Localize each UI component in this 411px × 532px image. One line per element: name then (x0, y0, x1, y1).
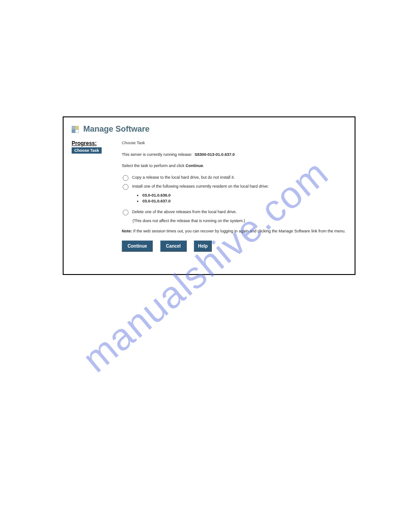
continue-button[interactable]: Continue (122, 240, 153, 252)
note-label: Note: (122, 229, 132, 233)
radio-copy[interactable] (123, 175, 128, 181)
app-logo-icon (72, 126, 79, 133)
list-item: 03.0-01.0.636.0 (142, 193, 347, 199)
note-text: If the web session times out, you can re… (132, 229, 346, 233)
option-delete-release[interactable]: Delete one of the above releases from th… (122, 209, 347, 215)
button-row: Continue Cancel Help (122, 240, 347, 252)
header: Manage Software (64, 117, 355, 137)
timeout-note: Note: If the web session times out, you … (122, 228, 347, 234)
running-release-value: S8300-013-01.0.637.0 (195, 152, 235, 157)
main-column: Choose Task This server is currently run… (122, 140, 347, 252)
step-title: Choose Task (122, 140, 347, 146)
page-title: Manage Software (83, 124, 150, 134)
radio-delete[interactable] (123, 210, 128, 215)
option-delete-label: Delete one of the above releases from th… (132, 209, 237, 215)
running-release-prefix: This server is currently running release… (122, 152, 193, 157)
option-copy-label: Copy a release to the local hard drive, … (132, 175, 235, 181)
progress-step-choose-task: Choose Task (72, 147, 102, 154)
list-item: 03.0-01.0.637.0 (142, 198, 347, 205)
progress-heading: Progress: (72, 140, 116, 146)
screenshot-frame: Manage Software Progress: Choose Task Ch… (63, 116, 355, 275)
cancel-button[interactable]: Cancel (160, 240, 187, 252)
release-list: 03.0-01.0.636.0 03.0-01.0.637.0 (142, 193, 347, 205)
select-continue-word: Continue (186, 163, 203, 168)
help-button[interactable]: Help (194, 240, 212, 252)
option-install-label: Install one of the following releases cu… (132, 184, 269, 190)
option-install-release[interactable]: Install one of the following releases cu… (122, 184, 347, 190)
select-task-instruction: Select the task to perform and click Con… (122, 163, 347, 169)
radio-install[interactable] (123, 184, 128, 190)
select-suffix: . (203, 163, 205, 168)
option-delete-subnote: (This does not affect the release that i… (133, 218, 347, 224)
select-prefix: Select the task to perform and click (122, 163, 186, 168)
option-copy-release[interactable]: Copy a release to the local hard drive, … (122, 175, 347, 181)
running-release-line: This server is currently running release… (122, 152, 347, 158)
progress-column: Progress: Choose Task (72, 140, 116, 252)
